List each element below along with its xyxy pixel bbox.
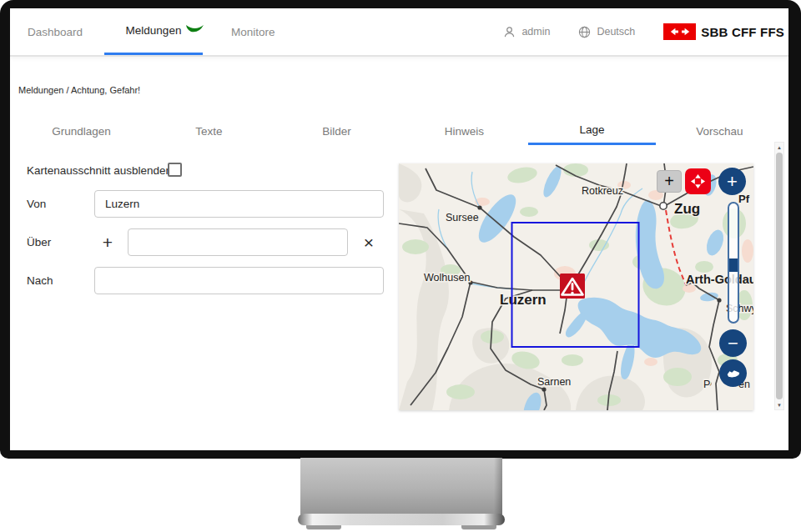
map-reset-extent-button[interactable] xyxy=(719,359,747,387)
map-zoom-in-secondary-button[interactable]: + xyxy=(657,170,682,193)
warning-marker-icon[interactable] xyxy=(560,274,585,299)
map-canvas: Sursee Wolhusen Rotkreuz Zug Luzern Arth… xyxy=(399,163,753,410)
nach-label: Nach xyxy=(27,267,53,294)
scrollbar-thumb[interactable] xyxy=(776,153,783,399)
brand: SBB CFF FFS xyxy=(663,23,784,40)
screen: Dashboard Meldungen Monitore admin xyxy=(10,8,788,450)
town-label-pf: Pf xyxy=(738,193,750,205)
nav-item-dashboard[interactable]: Dashboard xyxy=(28,8,83,55)
ueber-input[interactable] xyxy=(128,228,348,256)
tab-grundlagen[interactable]: Grundlagen xyxy=(18,117,145,145)
town-label-zug: Zug xyxy=(674,201,700,217)
monitor: Dashboard Meldungen Monitore admin xyxy=(0,0,801,532)
switzerland-icon xyxy=(725,368,742,379)
tab-lage[interactable]: Lage xyxy=(528,117,656,145)
map-zoom-out-button[interactable]: − xyxy=(719,329,747,357)
town-label-sursee: Sursee xyxy=(446,212,479,223)
map-panel[interactable]: Sursee Wolhusen Rotkreuz Zug Luzern Arth… xyxy=(399,163,753,410)
user-label: admin xyxy=(521,26,550,38)
user-menu[interactable]: admin xyxy=(503,26,550,38)
map-pan-button[interactable] xyxy=(685,168,711,194)
pan-arrows-icon xyxy=(688,172,708,191)
page-scrollbar[interactable]: ▲ ▼ xyxy=(774,142,784,410)
tab-texte[interactable]: Texte xyxy=(145,117,273,145)
breadcrumb: Meldungen / Achtung, Gefahr! xyxy=(18,85,140,95)
monitor-foot-right xyxy=(461,525,496,529)
clear-via-button[interactable]: × xyxy=(360,233,378,251)
monitor-stand xyxy=(300,458,502,514)
scrollbar-down-arrow[interactable]: ▼ xyxy=(775,400,783,409)
globe-icon xyxy=(578,26,591,38)
map-zoom-in-button[interactable]: + xyxy=(718,168,746,195)
brand-text: SBB CFF FFS xyxy=(701,25,784,39)
von-label: Von xyxy=(27,190,46,218)
monitor-base xyxy=(298,514,505,525)
scrollbar-up-arrow[interactable]: ▲ xyxy=(775,143,783,152)
meldungen-green-badge-icon xyxy=(185,24,204,33)
language-label: Deutsch xyxy=(597,26,635,38)
tab-bilder[interactable]: Bilder xyxy=(273,117,400,145)
ueber-label: Über xyxy=(27,228,51,256)
nav-item-monitore[interactable]: Monitore xyxy=(231,8,275,55)
sbb-logo-icon xyxy=(663,23,696,40)
town-label-arth-goldau: Arth-Goldau xyxy=(686,273,753,286)
tab-bar: Grundlagen Texte Bilder Hinweis Lage Vor… xyxy=(18,117,783,145)
von-input[interactable] xyxy=(94,190,384,218)
add-via-button[interactable]: + xyxy=(98,233,117,251)
town-label-sarnen: Sarnen xyxy=(537,376,571,388)
zug-station-circle xyxy=(660,203,667,209)
town-label-wolhusen: Wolhusen xyxy=(424,272,470,284)
town-label-luzern: Luzern xyxy=(500,292,547,308)
top-navbar: Dashboard Meldungen Monitore admin xyxy=(10,8,788,57)
hide-map-label: Kartenausschnitt ausblenden xyxy=(27,164,172,177)
language-menu[interactable]: Deutsch xyxy=(578,26,635,38)
map-zoom-slider[interactable] xyxy=(728,202,739,324)
user-icon xyxy=(503,26,516,38)
hide-map-checkbox[interactable] xyxy=(168,163,182,177)
nav-right-group: admin Deutsch xyxy=(503,8,788,55)
map-zoom-slider-handle[interactable] xyxy=(729,258,738,272)
town-label-rotkreuz: Rotkreuz xyxy=(582,185,623,197)
town-label-partial-left: P xyxy=(703,379,710,390)
tab-vorschau[interactable]: Vorschau xyxy=(656,117,783,145)
nach-input[interactable] xyxy=(94,267,384,294)
tab-hinweis[interactable]: Hinweis xyxy=(400,117,528,145)
monitor-foot-left xyxy=(306,525,341,529)
